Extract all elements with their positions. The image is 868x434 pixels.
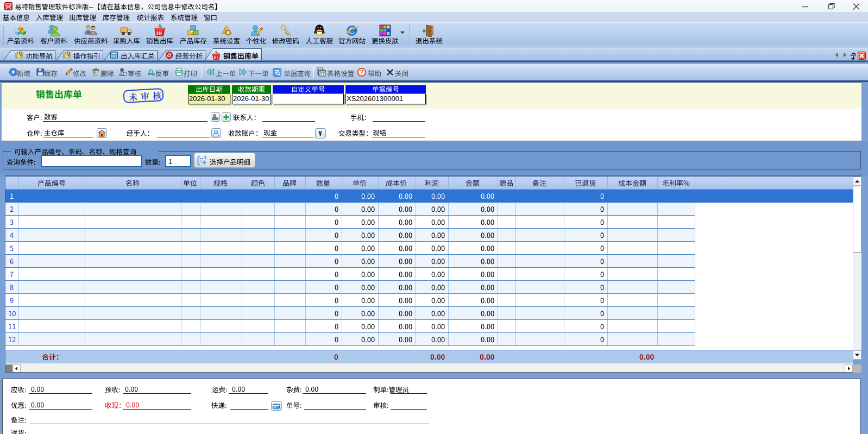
svg-text:?: ? [360,70,363,76]
svg-text:¥: ¥ [318,130,322,137]
